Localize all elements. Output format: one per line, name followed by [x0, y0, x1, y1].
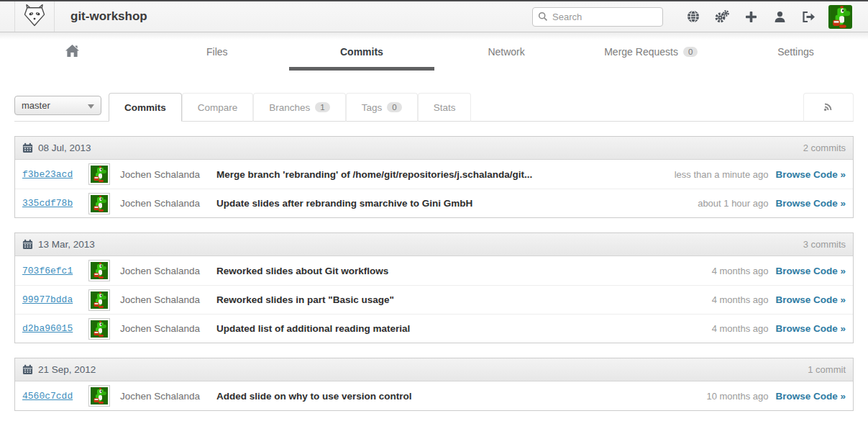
nav-item-home[interactable] — [0, 32, 145, 71]
commit-row: 4560c7cddJochen SchalandaAdded slide on … — [15, 381, 853, 410]
commit-hash-link[interactable]: 335cdf78b — [22, 198, 86, 209]
nav-item-commits[interactable]: Commits — [289, 32, 434, 71]
tab-label: Compare — [198, 102, 238, 113]
home-icon — [65, 45, 79, 60]
commit-author-avatar — [88, 163, 110, 185]
profile-button[interactable] — [765, 11, 794, 23]
commit-timestamp: 4 months ago — [712, 323, 769, 334]
commit-group-header: 13 Mar, 20133 commits — [15, 233, 853, 256]
search-box — [532, 7, 663, 27]
tab-commits[interactable]: Commits — [109, 93, 182, 122]
nav-item-label: Files — [206, 46, 228, 58]
commit-group: 08 Jul, 20132 commitsf3be23acdJochen Sch… — [14, 136, 854, 218]
nav-item-label: Merge Requests — [604, 46, 678, 58]
commit-message: Reworked slides about Git workflows — [216, 266, 712, 276]
app-logo[interactable] — [14, 1, 55, 32]
nav-item-label: Commits — [340, 46, 383, 58]
commits-feed-button[interactable] — [803, 93, 854, 122]
commit-message: Merge branch 'rebranding' of /home/git/r… — [216, 169, 675, 180]
browse-code-link[interactable]: Browse Code » — [775, 266, 846, 276]
plus-icon — [745, 13, 757, 25]
nav-item-settings[interactable]: Settings — [723, 32, 868, 71]
commit-timestamp: 10 months ago — [706, 391, 768, 402]
commit-group-date: 21 Sep, 2012 — [38, 364, 96, 375]
browse-code-link[interactable]: Browse Code » — [775, 169, 846, 180]
commit-hash-link[interactable]: d2ba96015 — [22, 323, 86, 334]
commit-hash-link[interactable]: f3be23acd — [22, 169, 86, 180]
commit-author-avatar — [88, 260, 110, 281]
tab-stats[interactable]: Stats — [418, 93, 472, 122]
tab-label: Branches — [269, 102, 310, 113]
commit-message: Update slides after rebranding smarchive… — [216, 198, 698, 209]
commit-list: 08 Jul, 20132 commitsf3be23acdJochen Sch… — [0, 136, 868, 411]
commit-group: 21 Sep, 20121 commit4560c7cddJochen Scha… — [14, 358, 854, 411]
project-nav: FilesCommitsNetworkMerge Requests0Settin… — [0, 32, 868, 71]
calendar-icon — [22, 143, 33, 153]
user-icon — [774, 13, 786, 25]
commit-timestamp: 4 months ago — [712, 266, 769, 276]
globe-icon — [687, 13, 700, 25]
commit-author-avatar — [88, 385, 110, 407]
commit-message: Updated list of additional reading mater… — [216, 323, 712, 334]
commit-hash-link[interactable]: 703f6efc1 — [22, 266, 86, 276]
commit-group-date: 13 Mar, 2013 — [38, 239, 95, 250]
search-icon — [538, 12, 548, 24]
browse-code-link[interactable]: Browse Code » — [775, 391, 846, 402]
tab-label: Stats — [434, 102, 456, 113]
rss-icon — [823, 101, 834, 114]
commit-author-avatar — [88, 193, 110, 214]
commit-group-header: 21 Sep, 20121 commit — [15, 358, 853, 381]
commit-group-date: 08 Jul, 2013 — [38, 143, 91, 153]
branch-selector-value: master — [22, 100, 50, 111]
chevron-down-icon — [88, 100, 94, 111]
commit-author-name: Jochen Schalanda — [120, 266, 205, 276]
commit-author-name: Jochen Schalanda — [120, 323, 205, 334]
commit-timestamp: about 1 hour ago — [698, 198, 768, 209]
nav-item-merge-requests[interactable]: Merge Requests0 — [579, 32, 723, 71]
branch-selector[interactable]: master — [14, 96, 101, 115]
admin-area-button[interactable] — [708, 10, 736, 23]
top-bar-actions — [532, 5, 868, 29]
commit-group-count: 1 commit — [808, 364, 846, 375]
commit-row: d2ba96015Jochen SchalandaUpdated list of… — [15, 314, 853, 343]
project-title: git-workshop — [70, 9, 147, 24]
commit-row: f3be23acdJochen SchalandaMerge branch 'r… — [15, 160, 853, 189]
nav-item-network[interactable]: Network — [434, 32, 579, 71]
count-badge: 1 — [315, 102, 329, 112]
commit-group-count: 3 commits — [803, 239, 846, 250]
logout-icon — [802, 13, 816, 25]
count-badge: 0 — [683, 47, 698, 57]
nav-item-files[interactable]: Files — [145, 32, 289, 71]
top-bar: git-workshop — [0, 0, 868, 32]
commit-group-count: 2 commits — [803, 143, 846, 153]
tab-label: Tags — [362, 102, 383, 113]
commit-group: 13 Mar, 20133 commits703f6efc1Jochen Sch… — [14, 232, 854, 343]
browse-code-link[interactable]: Browse Code » — [775, 294, 846, 305]
tab-tags[interactable]: Tags0 — [346, 93, 418, 122]
commit-timestamp: less than a minute ago — [675, 169, 769, 180]
commit-hash-link[interactable]: 4560c7cdd — [22, 391, 86, 402]
fox-logo-icon — [21, 3, 48, 30]
avatar-image — [828, 19, 852, 29]
commit-author-name: Jochen Schalanda — [120, 391, 205, 402]
browse-code-link[interactable]: Browse Code » — [775, 198, 846, 209]
nav-item-label: Network — [488, 46, 524, 58]
commit-row: 703f6efc1Jochen SchalandaReworked slides… — [15, 256, 853, 285]
commit-author-avatar — [88, 318, 110, 340]
search-input[interactable] — [532, 7, 663, 27]
commit-message: Reworked slides in part "Basic usage" — [216, 294, 712, 305]
public-area-button[interactable] — [679, 10, 708, 23]
commit-message: Added slide on why to use version contro… — [216, 391, 706, 402]
browse-code-link[interactable]: Browse Code » — [775, 323, 846, 334]
tab-label: Commits — [124, 102, 166, 113]
gears-icon — [715, 13, 729, 25]
commit-hash-link[interactable]: 99977bdda — [22, 294, 86, 305]
current-user-avatar[interactable] — [828, 5, 852, 29]
tab-branches[interactable]: Branches1 — [253, 93, 345, 122]
commit-row: 335cdf78bJochen SchalandaUpdate slides a… — [15, 189, 853, 217]
tab-compare[interactable]: Compare — [182, 93, 254, 122]
commit-row: 99977bddaJochen SchalandaReworked slides… — [15, 285, 853, 314]
sign-out-button[interactable] — [794, 11, 823, 23]
commit-group-header: 08 Jul, 20132 commits — [15, 137, 853, 160]
new-project-button[interactable] — [736, 11, 765, 23]
